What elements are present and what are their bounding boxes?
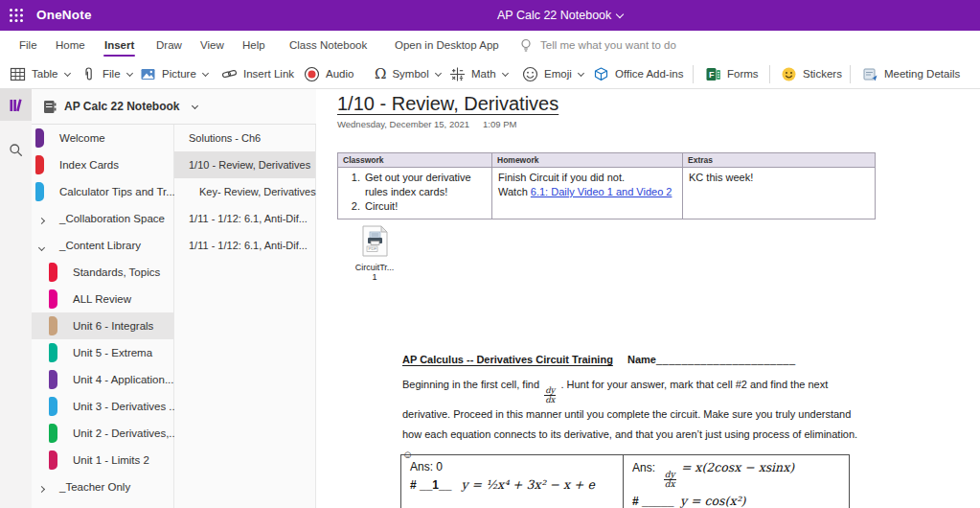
section-color-tab — [49, 343, 57, 362]
document-name-field: Name______________________ — [627, 354, 796, 365]
section-item-index-cards[interactable]: Index Cards — [32, 151, 173, 178]
dy-dx-fraction: dydx — [544, 386, 556, 404]
sections-list: Welcome Index Cards Calculator Tips and … — [32, 125, 174, 508]
page-item-solutions-ch6[interactable]: Solutions - Ch6 — [174, 125, 315, 151]
section-group-teacher-only[interactable]: _Teacher Only — [32, 473, 173, 500]
page-title[interactable]: 1/10 - Review, Derivatives — [337, 93, 558, 115]
section-color-tab — [49, 424, 57, 443]
smiley-icon — [522, 66, 538, 82]
chevron-down-icon — [63, 69, 70, 76]
chevron-down-icon — [435, 69, 442, 76]
classwork-cell: Get out your derivative rules index card… — [338, 168, 492, 219]
chevron-down-icon — [125, 69, 132, 76]
equation-line: # __1__ y = ½x⁴ + 3x² − x + e — [410, 477, 614, 492]
answer-line: Ans: 0 — [410, 460, 614, 473]
ribbon-divider — [769, 65, 770, 83]
classwork-item: Get out your derivative rules index card… — [363, 171, 486, 199]
pdf-attachment-icon[interactable]: PDF — [362, 225, 388, 257]
page-item-anti-dif-2[interactable]: 1/11 - 1/12: 6.1, Anti-Dif... — [174, 232, 315, 259]
open-in-desktop-app-button[interactable]: Open in Desktop App — [395, 31, 499, 59]
picture-icon — [140, 66, 156, 82]
link-icon — [221, 66, 238, 82]
search-button[interactable] — [0, 134, 32, 166]
tab-insert[interactable]: Insert — [104, 31, 134, 59]
section-item-unit-3-derivatives[interactable]: Unit 3 - Derivatives ... — [32, 393, 173, 420]
tab-draw[interactable]: Draw — [156, 31, 182, 59]
chevron-right-icon[interactable] — [39, 210, 44, 227]
tab-view[interactable]: View — [200, 31, 224, 59]
column-header-extras: Extras — [683, 153, 876, 168]
section-item-all-review[interactable]: ALL Review — [32, 286, 173, 312]
section-item-unit-4-application[interactable]: Unit 4 - Application... — [32, 366, 173, 393]
page-item-review-derivatives[interactable]: 1/10 - Review, Derivatives — [174, 151, 315, 178]
notebook-icon — [43, 100, 57, 114]
notebooks-icon — [9, 98, 24, 113]
chevron-right-icon[interactable] — [39, 478, 44, 496]
section-item-unit-1-limits[interactable]: Unit 1 - Limits 2 — [32, 447, 173, 473]
section-color-tab — [35, 128, 44, 148]
chevron-down-icon — [502, 69, 509, 76]
notebook-name: AP Calc 22 Notebook — [64, 100, 179, 113]
math-icon — [449, 66, 466, 82]
picture-button[interactable]: Picture — [140, 59, 208, 88]
section-item-unit-6-integrals[interactable]: Unit 6 - Integrals — [32, 312, 173, 339]
classwork-item: Circuit! — [363, 199, 486, 214]
tab-home[interactable]: Home — [56, 31, 85, 59]
insert-file-button[interactable]: File — [80, 59, 132, 88]
document-instructions: Beginning in the first cell, find dydx .… — [402, 375, 864, 465]
addin-icon — [593, 66, 609, 82]
ribbon-toolbar: Table File Picture Insert Link Audio — [0, 59, 980, 89]
forms-button[interactable]: F Forms — [705, 59, 759, 88]
notebook-dropdown[interactable]: AP Calc 22 Notebook — [32, 89, 316, 125]
stickers-icon — [781, 66, 797, 82]
office-addins-button[interactable]: Office Add-ins — [593, 59, 683, 88]
tell-me-search[interactable]: Tell me what you want to do — [540, 31, 676, 59]
audio-button[interactable]: Audio — [304, 59, 353, 88]
notebook-switcher[interactable]: AP Calc 22 Notebook — [497, 0, 623, 31]
table-button[interactable]: Table — [10, 59, 70, 88]
video-link[interactable]: 6.1: Daily Video 1 and Video 2 — [531, 186, 672, 197]
notebooks-pane-toggle[interactable] — [0, 89, 32, 121]
insert-link-button[interactable]: Insert Link — [221, 59, 294, 88]
left-rail — [0, 89, 32, 508]
menu-bar: File Home Insert Draw View Help Class No… — [0, 31, 980, 59]
dy-dx-fraction: dydx — [664, 471, 676, 490]
section-item-welcome[interactable]: Welcome — [32, 125, 173, 151]
section-group-content-library[interactable]: _Content Library — [32, 232, 173, 259]
section-group-collaboration-space[interactable]: _Collaboration Space — [32, 205, 173, 232]
section-item-unit-2-derivatives[interactable]: Unit 2 - Derivatives,... — [32, 420, 173, 447]
lightbulb-icon — [519, 38, 533, 53]
app-launcher-icon[interactable] — [9, 8, 24, 23]
tab-file[interactable]: File — [19, 31, 37, 59]
math-button[interactable]: Math — [449, 59, 508, 88]
page-item-key-review-derivatives[interactable]: Key- Review, Derivatives — [174, 178, 315, 205]
page-time: 1:09 PM — [483, 119, 516, 129]
section-item-unit-5-extrema[interactable]: Unit 5 - Extrema — [32, 339, 173, 366]
chevron-down-icon[interactable] — [39, 237, 44, 254]
chevron-down-icon — [192, 102, 198, 108]
tab-help[interactable]: Help — [242, 31, 265, 59]
meeting-details-button[interactable]: Meeting Details — [862, 59, 960, 88]
section-item-standards-topics[interactable]: Standards, Topics — [32, 259, 173, 286]
section-color-tab — [49, 450, 57, 470]
stickers-button[interactable]: Stickers — [781, 59, 842, 88]
symbol-button[interactable]: Ω Symbol — [375, 59, 441, 88]
svg-text:F: F — [709, 70, 715, 80]
file-attachment: PDF CircuitTr... 1 — [346, 225, 403, 282]
app-title[interactable]: OneNote — [36, 0, 92, 31]
app-header: OneNote AP Calc 22 Notebook — [0, 0, 980, 31]
tab-class-notebook[interactable]: Class Notebook — [289, 31, 367, 59]
section-color-tab — [49, 370, 57, 389]
circuit-table: Ans: 0 # __1__ y = ½x⁴ + 3x² − x + e Ans… — [400, 454, 850, 508]
emoji-button[interactable]: Emoji — [522, 59, 583, 88]
homework-line: Watch 6.1: Daily Video 1 and Video 2 — [498, 185, 676, 199]
section-color-tab — [49, 263, 57, 282]
page-item-anti-dif-1[interactable]: 1/11 - 1/12: 6.1, Anti-Dif... — [174, 205, 315, 232]
search-icon — [9, 143, 23, 157]
attachment-name: CircuitTr... — [346, 263, 403, 272]
attachment-name-line2: 1 — [346, 272, 403, 282]
paperclip-icon — [80, 66, 97, 82]
section-item-calculator-tips[interactable]: Calculator Tips and Tr... — [32, 178, 173, 205]
meeting-icon — [862, 66, 878, 82]
pages-list: Solutions - Ch6 1/10 - Review, Derivativ… — [174, 125, 316, 508]
